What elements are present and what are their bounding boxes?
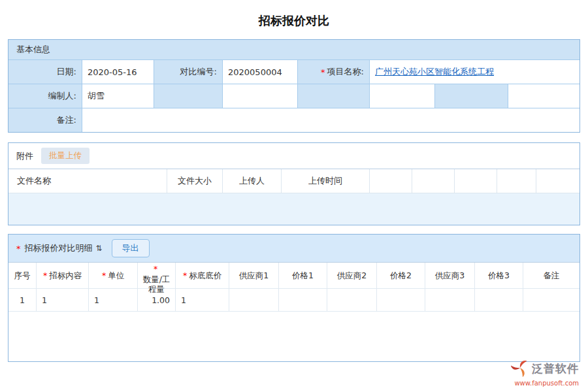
base-price-column-header-text: 标底底价 bbox=[189, 270, 221, 281]
batch-upload-button[interactable]: 批量上传 bbox=[41, 148, 90, 164]
project-name-link[interactable]: 广州天心苑小区智能化系统工程 bbox=[375, 66, 494, 78]
supplier2-column-header-text: 供应商2 bbox=[337, 270, 367, 281]
table-row: 1 1 1 1.00 1 bbox=[8, 288, 580, 312]
page-title: 招标报价对比 bbox=[0, 0, 588, 39]
attachments-bar: 附件 批量上传 bbox=[8, 143, 580, 169]
file-size-column-header: 文件大小 bbox=[167, 169, 223, 193]
price1-column-header-text: 价格1 bbox=[292, 270, 314, 281]
price2-cell[interactable] bbox=[377, 289, 425, 311]
price3-column-header: 价格3 bbox=[475, 263, 523, 288]
detail-section: * 招标报价对比明细 ⇅ 导出 序号 * 招标内容 * 单位 * 数量/工程量 … bbox=[8, 234, 580, 362]
basic-info-row-3: 备注: bbox=[8, 108, 580, 132]
required-asterisk: * bbox=[43, 270, 47, 281]
quantity-column-header: * 数量/工程量 bbox=[138, 263, 176, 288]
basic-info-row-1: 日期: 2020-05-16 对比编号: 2020050004 * 项目名称: … bbox=[8, 59, 580, 84]
supplier1-cell[interactable] bbox=[229, 289, 279, 311]
empty-column-header bbox=[455, 169, 497, 193]
price1-column-header: 价格1 bbox=[279, 263, 327, 288]
empty-label-cell bbox=[154, 84, 223, 108]
supplier2-cell[interactable] bbox=[327, 289, 377, 311]
required-asterisk: * bbox=[183, 270, 187, 281]
unit-column-header: * 单位 bbox=[89, 263, 138, 288]
detail-bar: * 招标报价对比明细 ⇅ 导出 bbox=[8, 235, 580, 262]
creator-label: 编制人: bbox=[8, 84, 82, 108]
supplier1-column-header: 供应商1 bbox=[229, 263, 279, 288]
seq-column-header: 序号 bbox=[8, 263, 37, 288]
attachments-table-header: 文件名称 文件大小 上传人 上传时间 bbox=[8, 169, 580, 193]
empty-value-cell bbox=[223, 84, 298, 108]
bid-content-column-header-text: 招标内容 bbox=[49, 270, 82, 281]
remark-cell[interactable] bbox=[523, 289, 580, 311]
detail-section-title-text: 招标报价对比明细 bbox=[25, 242, 93, 254]
remark-column-header-text: 备注 bbox=[544, 270, 560, 281]
empty-column-header bbox=[370, 169, 412, 193]
uploader-column-header: 上传人 bbox=[223, 169, 282, 193]
date-label: 日期: bbox=[8, 60, 82, 84]
unit-cell[interactable]: 1 bbox=[89, 289, 138, 311]
base-price-cell[interactable]: 1 bbox=[176, 289, 229, 311]
empty-label-cell bbox=[298, 84, 370, 108]
attachments-section-title: 附件 bbox=[16, 150, 33, 162]
supplier3-cell[interactable] bbox=[425, 289, 475, 311]
bid-content-column-header: * 招标内容 bbox=[37, 263, 89, 288]
basic-info-section-title: 基本信息 bbox=[8, 40, 580, 59]
sort-icon[interactable]: ⇅ bbox=[96, 244, 103, 253]
attachments-section: 附件 批量上传 文件名称 文件大小 上传人 上传时间 bbox=[8, 142, 580, 225]
remark-column-header: 备注 bbox=[523, 263, 580, 288]
empty-column-header bbox=[536, 169, 580, 193]
price2-column-header: 价格2 bbox=[377, 263, 425, 288]
supplier2-column-header: 供应商2 bbox=[327, 263, 377, 288]
project-name-cell: 广州天心苑小区智能化系统工程 bbox=[370, 60, 580, 84]
empty-label-cell bbox=[435, 84, 508, 108]
price1-cell[interactable] bbox=[279, 289, 327, 311]
export-button[interactable]: 导出 bbox=[112, 239, 150, 257]
required-asterisk: * bbox=[102, 270, 106, 281]
remark-label: 备注: bbox=[8, 108, 82, 132]
empty-column-header bbox=[412, 169, 455, 193]
detail-empty-area bbox=[8, 312, 580, 361]
attachments-empty-area bbox=[8, 193, 580, 225]
price3-column-header-text: 价格3 bbox=[488, 270, 510, 281]
price3-cell[interactable] bbox=[475, 289, 523, 311]
date-value: 2020-05-16 bbox=[82, 60, 154, 84]
required-asterisk: * bbox=[16, 244, 21, 253]
compare-no-label: 对比编号: bbox=[154, 60, 223, 84]
price2-column-header-text: 价格2 bbox=[390, 270, 412, 281]
supplier3-column-header: 供应商3 bbox=[425, 263, 475, 288]
empty-value-cell bbox=[508, 84, 580, 108]
base-price-column-header: * 标底底价 bbox=[176, 263, 229, 288]
creator-value: 胡雪 bbox=[82, 84, 154, 108]
empty-column-header bbox=[497, 169, 536, 193]
detail-section-title: * 招标报价对比明细 ⇅ bbox=[16, 242, 103, 254]
pinwheel-logo-icon bbox=[511, 359, 529, 379]
seq-cell: 1 bbox=[8, 289, 37, 311]
compare-no-value: 2020050004 bbox=[223, 60, 298, 84]
remark-value bbox=[82, 108, 580, 132]
project-name-label-text: 项目名称: bbox=[327, 66, 364, 78]
seq-column-header-text: 序号 bbox=[14, 270, 31, 281]
basic-info-row-2: 编制人: 胡雪 bbox=[8, 84, 580, 108]
file-name-column-header: 文件名称 bbox=[8, 169, 167, 193]
vendor-website: www.fanpusoft.com bbox=[511, 380, 579, 387]
project-name-label: * 项目名称: bbox=[298, 60, 370, 84]
supplier1-column-header-text: 供应商1 bbox=[239, 270, 269, 281]
supplier3-column-header-text: 供应商3 bbox=[435, 270, 465, 281]
empty-value-cell bbox=[370, 84, 435, 108]
unit-column-header-text: 单位 bbox=[108, 270, 124, 281]
bid-content-cell[interactable]: 1 bbox=[37, 289, 89, 311]
detail-table-header: 序号 * 招标内容 * 单位 * 数量/工程量 * 标底底价 供应商1 价格1 … bbox=[8, 262, 580, 288]
vendor-logo: 泛普软件 www.fanpusoft.com bbox=[511, 359, 579, 387]
upload-time-column-header: 上传时间 bbox=[282, 169, 370, 193]
required-asterisk: * bbox=[321, 67, 325, 77]
vendor-name: 泛普软件 bbox=[532, 361, 579, 376]
basic-info-section: 基本信息 日期: 2020-05-16 对比编号: 2020050004 * 项… bbox=[8, 39, 580, 133]
required-asterisk: * bbox=[154, 264, 157, 274]
quantity-cell[interactable]: 1.00 bbox=[138, 289, 176, 311]
